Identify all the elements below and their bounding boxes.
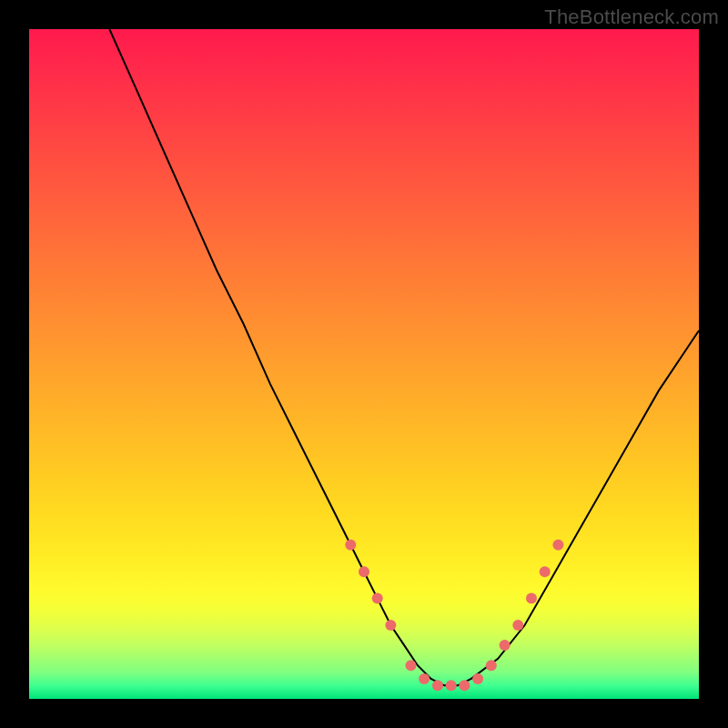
curve-marker bbox=[345, 540, 356, 551]
curve-marker bbox=[446, 680, 457, 691]
curve-marker bbox=[472, 673, 483, 684]
curve-marker bbox=[486, 660, 497, 671]
curve-marker bbox=[540, 566, 551, 577]
curve-marker bbox=[372, 593, 383, 604]
curve-marker bbox=[512, 620, 523, 631]
curve-marker bbox=[500, 640, 511, 651]
curve-marker bbox=[459, 680, 470, 691]
curve-marker bbox=[359, 566, 369, 577]
watermark-text: TheBottleneck.com bbox=[544, 5, 719, 29]
plot-area bbox=[29, 29, 699, 699]
chart-svg bbox=[29, 29, 699, 699]
outer-frame: TheBottleneck.com bbox=[0, 0, 728, 728]
curve-marker bbox=[552, 540, 563, 551]
curve-marker bbox=[432, 680, 443, 691]
curve-marker bbox=[406, 660, 417, 671]
curve-marker bbox=[419, 673, 430, 684]
curve-marker bbox=[526, 593, 537, 604]
curve-marker bbox=[385, 620, 396, 631]
bottleneck-curve bbox=[109, 29, 699, 685]
